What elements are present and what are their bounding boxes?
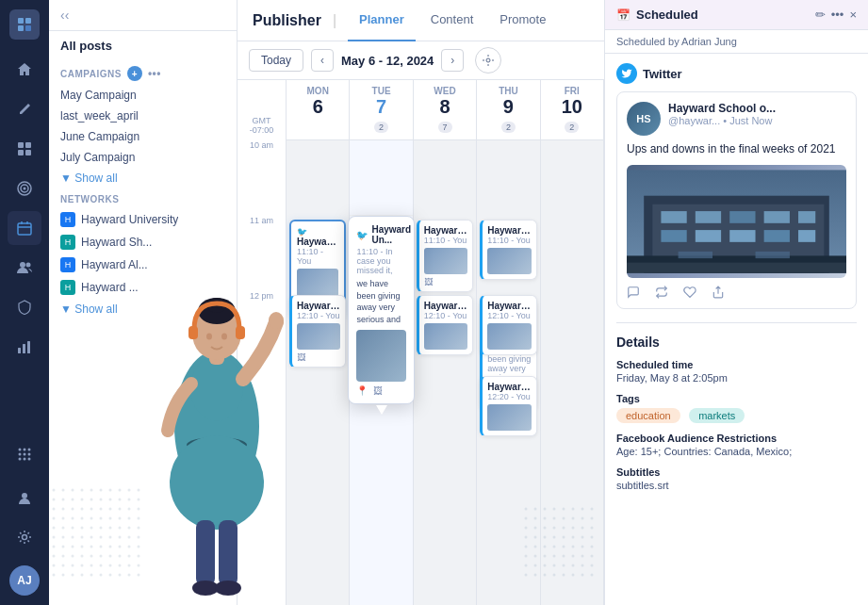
post-network-p1: 🐦 bbox=[297, 227, 338, 237]
image-icon-p2: 🖼 bbox=[424, 277, 433, 286]
svg-rect-37 bbox=[661, 230, 686, 242]
sidebar-btn-user[interactable] bbox=[8, 481, 41, 515]
post-card-p2[interactable]: Hayward Un... 11:10 - You 🖼 bbox=[417, 220, 473, 292]
svg-rect-35 bbox=[764, 211, 790, 223]
hour-slot-thu-10[interactable] bbox=[477, 140, 539, 216]
tag-education[interactable]: education bbox=[616, 408, 680, 423]
hour-slot-tue-10[interactable] bbox=[350, 140, 412, 216]
post-card-p6[interactable]: Hayward Un... 12:10 - You bbox=[417, 295, 473, 355]
hour-slot-fri-10[interactable] bbox=[541, 140, 603, 216]
twitter-section: Twitter HS Hayward School o... @haywar..… bbox=[616, 63, 857, 309]
tweet-share-action[interactable] bbox=[712, 286, 725, 299]
sidebar-btn-calendar[interactable] bbox=[8, 211, 41, 245]
day-name-tue: Tue bbox=[357, 86, 404, 96]
post-title-p5: Hayward Un... bbox=[297, 301, 340, 311]
close-button[interactable]: × bbox=[849, 8, 857, 22]
tab-content[interactable]: Content bbox=[419, 0, 485, 41]
user-avatar[interactable]: AJ bbox=[9, 565, 40, 596]
post-thumb-p3 bbox=[487, 248, 531, 274]
sidebar-btn-target[interactable] bbox=[8, 172, 41, 205]
scheduled-icon: 📅 bbox=[616, 8, 631, 22]
network-item-hw2[interactable]: H Hayward Sh... bbox=[49, 231, 237, 253]
svg-point-20 bbox=[19, 453, 22, 456]
campaign-item-lastweek[interactable]: last_week_april bbox=[49, 106, 237, 126]
sidebar-btn-chart[interactable] bbox=[8, 330, 41, 364]
post-card-p3[interactable]: Hayward Un... 11:10 - You bbox=[480, 220, 536, 280]
tag-markets[interactable]: markets bbox=[689, 408, 745, 423]
right-panel: 📅 Scheduled ✏ ••• × Scheduled by Adrian … bbox=[604, 0, 868, 605]
sidebar-btn-shield[interactable] bbox=[8, 290, 41, 324]
add-campaign-button[interactable]: + bbox=[127, 66, 142, 81]
post-card-p5[interactable]: Hayward Un... 12:10 - You 🖼 bbox=[289, 295, 346, 368]
date-range: May 6 - 12, 2024 bbox=[341, 54, 434, 68]
svg-rect-7 bbox=[25, 150, 31, 155]
time-10am: 10 am bbox=[237, 137, 286, 212]
next-week-button[interactable]: › bbox=[441, 49, 464, 72]
sidebar-btn-home[interactable] bbox=[8, 53, 41, 87]
tweet-name: Hayward School o... bbox=[668, 102, 776, 115]
expanded-actions: 📍 🖼 bbox=[356, 385, 405, 396]
post-title-p1: Hayward Un... bbox=[297, 237, 338, 247]
show-all-networks[interactable]: ▼ Show all bbox=[49, 299, 237, 319]
hour-slot-mon-10[interactable] bbox=[287, 140, 349, 216]
campaign-item-july[interactable]: July Campaign bbox=[49, 147, 237, 168]
svg-point-21 bbox=[24, 453, 26, 456]
collapse-button[interactable]: ‹‹ bbox=[60, 8, 69, 23]
publisher-title: Publisher bbox=[253, 12, 321, 29]
post-time-p3: 11:10 - You bbox=[487, 236, 531, 245]
hour-slot-wed-11[interactable]: Hayward Un... 11:10 - You 🖼 bbox=[414, 216, 476, 291]
prev-week-button[interactable]: ‹ bbox=[311, 49, 334, 72]
post-card-p8[interactable]: Hayward Un... 12:20 - You bbox=[480, 376, 536, 436]
gmt-label: GMT -07:00 bbox=[237, 114, 286, 137]
edit-button[interactable]: ✏ bbox=[815, 8, 826, 22]
calendar-settings-button[interactable] bbox=[475, 47, 501, 74]
tweet-retweet-action[interactable] bbox=[655, 286, 668, 299]
svg-point-22 bbox=[28, 453, 31, 456]
hour-slot-fri-12[interactable] bbox=[541, 291, 603, 367]
expanded-title: Hayward Un... bbox=[371, 224, 411, 245]
sidebar-btn-people[interactable] bbox=[8, 251, 41, 285]
tags-label: Tags bbox=[616, 393, 857, 404]
twitter-label: Twitter bbox=[643, 67, 682, 81]
all-posts-label[interactable]: All posts bbox=[49, 31, 237, 60]
tweet-like-action[interactable] bbox=[683, 286, 696, 299]
network-item-hw1[interactable]: H Hayward University bbox=[49, 208, 237, 231]
tweet-reply-action[interactable] bbox=[627, 286, 640, 299]
fb-restrictions-label: Facebook Audience Restrictions bbox=[616, 433, 857, 444]
svg-point-28 bbox=[486, 58, 490, 62]
post-title-p7: Hayward Un... bbox=[487, 301, 531, 311]
sidebar-btn-settings[interactable] bbox=[8, 520, 41, 554]
sidebar-btn-compose[interactable] bbox=[8, 92, 41, 126]
post-card-p7[interactable]: Hayward Un... 12:10 - You bbox=[480, 295, 536, 355]
show-all-campaigns[interactable]: ▼ Show all bbox=[49, 168, 237, 188]
hour-slot-thu-11[interactable]: Hayward Un... 11:10 - You Hayward Un... … bbox=[477, 216, 539, 291]
svg-point-17 bbox=[19, 449, 22, 451]
campaigns-more-button[interactable]: ••• bbox=[148, 67, 161, 80]
network-item-hw4[interactable]: H Hayward ... bbox=[49, 276, 237, 299]
network-label-hw4: Hayward ... bbox=[81, 281, 139, 294]
more-button[interactable]: ••• bbox=[831, 8, 844, 22]
sidebar-btn-apps[interactable] bbox=[8, 437, 41, 471]
hour-slot-wed-12[interactable]: Hayward Un... 12:10 - You bbox=[414, 291, 476, 367]
hour-slot-wed-10[interactable] bbox=[414, 140, 476, 216]
post-time-p7: 12:10 - You bbox=[487, 311, 531, 320]
hour-slot-mon-12[interactable]: Hayward Un... 12:10 - You 🖼 bbox=[287, 291, 349, 367]
hour-slot-tue-11[interactable]: 🐦 Hayward Un... 11:10 - In case you miss… bbox=[350, 216, 412, 291]
expanded-post-card[interactable]: 🐦 Hayward Un... 11:10 - In case you miss… bbox=[348, 216, 414, 404]
sidebar-btn-grid[interactable] bbox=[8, 132, 41, 166]
tab-planner[interactable]: Planner bbox=[348, 0, 416, 41]
campaign-item-may[interactable]: May Campaign bbox=[49, 85, 237, 106]
svg-rect-38 bbox=[696, 230, 721, 242]
post-thumb-p1 bbox=[297, 269, 338, 297]
svg-rect-15 bbox=[23, 344, 25, 353]
network-item-hw3[interactable]: H Hayward Al... bbox=[49, 253, 237, 276]
today-button[interactable]: Today bbox=[249, 49, 303, 72]
day-number-mon: 6 bbox=[294, 96, 341, 117]
tab-promote[interactable]: Promote bbox=[488, 0, 557, 41]
fb-restrictions-item: Facebook Audience Restrictions Age: 15+;… bbox=[616, 433, 857, 457]
hour-slot-fri-11[interactable] bbox=[541, 216, 603, 291]
day-header-thu: Thu 9 2 bbox=[477, 80, 540, 139]
expanded-body: we have been giving away very serious an… bbox=[356, 278, 405, 325]
campaign-item-june[interactable]: June Campaign bbox=[49, 126, 237, 147]
hour-slot-mon-11[interactable]: 🐦 Hayward Un... 11:10 - You 📍 🖼 bbox=[287, 216, 349, 291]
